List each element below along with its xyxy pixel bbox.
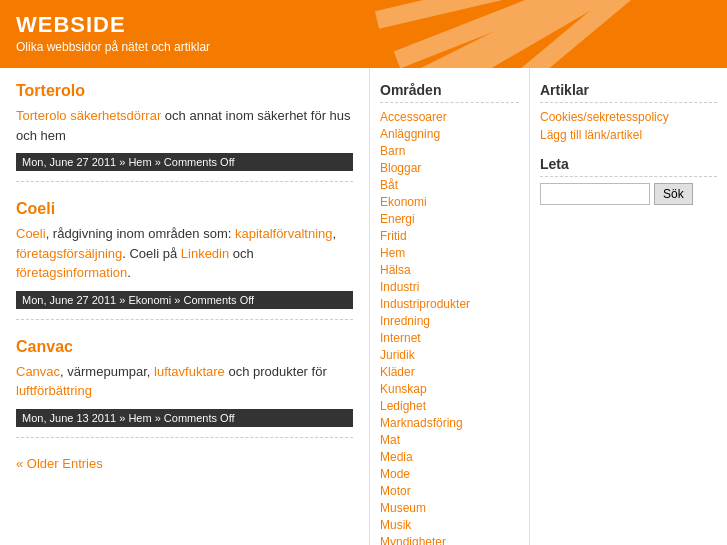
areas-link-accessoarer[interactable]: Accessoarer: [380, 110, 447, 124]
areas-list-item: Båt: [380, 177, 519, 192]
post-link-foretagsforsaljning[interactable]: företagsförsäljning: [16, 246, 122, 261]
areas-link-anläggning[interactable]: Anläggning: [380, 127, 440, 141]
areas-list-item: Kunskap: [380, 381, 519, 396]
areas-list-item: Marknadsföring: [380, 415, 519, 430]
artiklar-link-item: Cookies/sekretesspolicy: [540, 109, 717, 124]
areas-link-inredning[interactable]: Inredning: [380, 314, 430, 328]
post-meta-coeli: Mon, June 27 2011 » Ekonomi » Comments O…: [16, 291, 353, 309]
artiklar-links-list: Cookies/sekretesspolicyLägg till länk/ar…: [540, 109, 717, 142]
post-body-torterolo: Torterolo säkerhetsdörrar och annat inom…: [16, 106, 353, 145]
older-entries-link[interactable]: « Older Entries: [16, 456, 103, 471]
areas-list-item: Accessoarer: [380, 109, 519, 124]
areas-list-item: Motor: [380, 483, 519, 498]
areas-link-museum[interactable]: Museum: [380, 501, 426, 515]
post-body-coeli: Coeli, rådgivning inom områden som: kapi…: [16, 224, 353, 283]
areas-link-hälsa[interactable]: Hälsa: [380, 263, 411, 277]
site-header: WEBSIDE Olika webbsidor på nätet och art…: [0, 0, 727, 68]
sunburst-svg: [357, 0, 727, 68]
post-meta-torterolo: Mon, June 27 2011 » Hem » Comments Off: [16, 153, 353, 171]
areas-link-barn[interactable]: Barn: [380, 144, 405, 158]
areas-link-industriprodukter[interactable]: Industriprodukter: [380, 297, 470, 311]
post-text-coeli-5: .: [127, 265, 131, 280]
areas-list-item: Hälsa: [380, 262, 519, 277]
post-link-linkedin[interactable]: Linkedin: [181, 246, 229, 261]
areas-link-ledighet[interactable]: Ledighet: [380, 399, 426, 413]
areas-link-fritid[interactable]: Fritid: [380, 229, 407, 243]
post-coeli: Coeli Coeli, rådgivning inom områden som…: [16, 200, 353, 320]
main-content: Torterolo Torterolo säkerhetsdörrar och …: [0, 68, 370, 545]
areas-list-item: Mode: [380, 466, 519, 481]
post-title-link-torterolo[interactable]: Torterolo: [16, 82, 85, 99]
artiklar-title: Artiklar: [540, 82, 717, 103]
post-link-canvac-main[interactable]: Canvac: [16, 364, 60, 379]
artiklar-link-item: Lägg till länk/artikel: [540, 127, 717, 142]
areas-list-item: Ledighet: [380, 398, 519, 413]
sidebar-articles: Artiklar Cookies/sekretesspolicyLägg til…: [530, 68, 727, 545]
search-form: Sök: [540, 183, 717, 205]
post-body-canvac: Canvac, värmepumpar, luftavfuktare och p…: [16, 362, 353, 401]
post-link-luftforbattring[interactable]: luftförbättring: [16, 383, 92, 398]
sunburst-decoration: [347, 0, 727, 68]
areas-list-item: Mat: [380, 432, 519, 447]
post-link-coeli-main[interactable]: Coeli: [16, 226, 46, 241]
artiklar-link-0[interactable]: Cookies/sekretesspolicy: [540, 110, 669, 124]
areas-list-item: Ekonomi: [380, 194, 519, 209]
post-title-canvac: Canvac: [16, 338, 353, 356]
areas-link-motor[interactable]: Motor: [380, 484, 411, 498]
areas-list-item: Industriprodukter: [380, 296, 519, 311]
areas-link-kläder[interactable]: Kläder: [380, 365, 415, 379]
areas-link-juridik[interactable]: Juridik: [380, 348, 415, 362]
areas-list-item: Museum: [380, 500, 519, 515]
post-torterolo: Torterolo Torterolo säkerhetsdörrar och …: [16, 82, 353, 182]
areas-link-ekonomi[interactable]: Ekonomi: [380, 195, 427, 209]
areas-link-myndigheter[interactable]: Myndigheter: [380, 535, 446, 545]
areas-link-kunskap[interactable]: Kunskap: [380, 382, 427, 396]
post-text-canvac-2: och produkter för: [225, 364, 327, 379]
post-meta-canvac: Mon, June 13 2011 » Hem » Comments Off: [16, 409, 353, 427]
post-text-coeli-2: ,: [333, 226, 337, 241]
areas-link-bloggar[interactable]: Bloggar: [380, 161, 421, 175]
post-title-torterolo: Torterolo: [16, 82, 353, 100]
areas-list-item: Fritid: [380, 228, 519, 243]
post-text-coeli-3: . Coeli på: [122, 246, 181, 261]
areas-link-mode[interactable]: Mode: [380, 467, 410, 481]
areas-list-item: Energi: [380, 211, 519, 226]
areas-link-internet[interactable]: Internet: [380, 331, 421, 345]
post-title-link-coeli[interactable]: Coeli: [16, 200, 55, 217]
areas-link-energi[interactable]: Energi: [380, 212, 415, 226]
areas-list-item: Inredning: [380, 313, 519, 328]
post-text-canvac-1: , värmepumpar,: [60, 364, 154, 379]
post-title-coeli: Coeli: [16, 200, 353, 218]
areas-list-item: Musik: [380, 517, 519, 532]
leta-title: Leta: [540, 156, 717, 177]
post-link-torterolo-main[interactable]: Torterolo säkerhetsdörrar: [16, 108, 161, 123]
post-link-foretagsinformation[interactable]: företagsinformation: [16, 265, 127, 280]
areas-list-item: Media: [380, 449, 519, 464]
areas-link-musik[interactable]: Musik: [380, 518, 411, 532]
areas-list-item: Hem: [380, 245, 519, 260]
areas-list-item: Internet: [380, 330, 519, 345]
areas-link-mat[interactable]: Mat: [380, 433, 400, 447]
areas-list-item: Juridik: [380, 347, 519, 362]
post-canvac: Canvac Canvac, värmepumpar, luftavfuktar…: [16, 338, 353, 438]
search-input[interactable]: [540, 183, 650, 205]
areas-list-item: Industri: [380, 279, 519, 294]
page-layout: Torterolo Torterolo säkerhetsdörrar och …: [0, 68, 727, 545]
older-entries: « Older Entries: [16, 456, 353, 471]
areas-link-hem[interactable]: Hem: [380, 246, 405, 260]
artiklar-link-1[interactable]: Lägg till länk/artikel: [540, 128, 642, 142]
post-text-coeli-1: , rådgivning inom områden som:: [46, 226, 235, 241]
areas-list: AccessoarerAnläggningBarnBloggarBåtEkono…: [380, 109, 519, 545]
areas-list-item: Bloggar: [380, 160, 519, 175]
post-link-luftavfuktare[interactable]: luftavfuktare: [154, 364, 225, 379]
post-link-kapital[interactable]: kapitalförvaltning: [235, 226, 333, 241]
areas-link-båt[interactable]: Båt: [380, 178, 398, 192]
search-button[interactable]: Sök: [654, 183, 693, 205]
areas-link-marknadsföring[interactable]: Marknadsföring: [380, 416, 463, 430]
areas-title: Områden: [380, 82, 519, 103]
post-text-coeli-4: och: [229, 246, 254, 261]
areas-link-industri[interactable]: Industri: [380, 280, 419, 294]
areas-list-item: Anläggning: [380, 126, 519, 141]
areas-link-media[interactable]: Media: [380, 450, 413, 464]
post-title-link-canvac[interactable]: Canvac: [16, 338, 73, 355]
